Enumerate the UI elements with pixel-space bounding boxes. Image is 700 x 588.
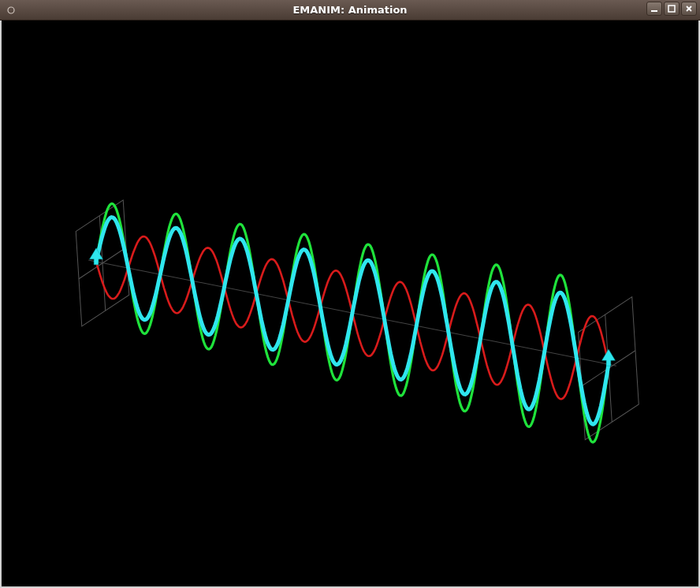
svg-point-0 [8, 7, 14, 13]
window-title: EMANIM: Animation [0, 4, 700, 16]
close-button[interactable] [681, 2, 697, 16]
maximize-button[interactable] [664, 2, 680, 16]
svg-rect-1 [651, 10, 657, 12]
app-menu-icon[interactable] [0, 6, 19, 14]
minimize-button[interactable] [646, 2, 662, 16]
wave-sum [96, 218, 609, 425]
svg-rect-2 [668, 6, 675, 12]
titlebar[interactable]: EMANIM: Animation [0, 0, 700, 20]
scene-svg [2, 20, 698, 586]
animation-canvas[interactable] [0, 20, 700, 588]
window-controls [646, 2, 697, 16]
app-window: EMANIM: Animation [0, 0, 700, 588]
svg-line-6 [79, 247, 126, 279]
